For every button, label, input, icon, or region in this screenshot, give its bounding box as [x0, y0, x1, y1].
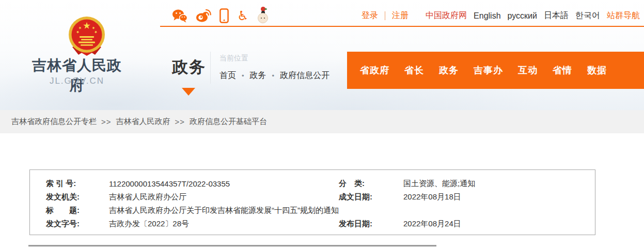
- issuing-agency-value: 吉林省人民政府办公厅: [109, 192, 339, 202]
- lang-korean-link[interactable]: 한국어: [575, 10, 600, 21]
- mascot-leaf: [264, 8, 267, 10]
- title-label: 标 题:: [46, 206, 109, 215]
- path-segment-column[interactable]: 吉林省政府信息公开专栏: [11, 117, 97, 127]
- publish-date-value: 2022年08月24日: [403, 219, 595, 229]
- breadcrumb-home[interactable]: 首页: [219, 70, 236, 81]
- category-value: 国土资源、能源;通知: [403, 179, 595, 189]
- mascot-face: [258, 13, 268, 23]
- doc-number-value: 吉政办发〔2022〕28号: [109, 219, 339, 229]
- nav-province-profile[interactable]: 省情: [553, 64, 572, 76]
- mascot-icon[interactable]: [257, 7, 269, 24]
- breadcrumb-zhengwu[interactable]: 政务: [250, 70, 266, 81]
- nav-jishiban[interactable]: 吉事办: [474, 64, 503, 76]
- written-date-value: 2022年08月18日: [403, 192, 595, 202]
- index-number-value: 11220000013544357T/2022-03355: [109, 179, 339, 188]
- breadcrumb-info-disclosure[interactable]: 政府信息公开: [280, 70, 329, 81]
- login-register-divider: [385, 11, 385, 20]
- header-divider: [160, 26, 644, 27]
- nav-government-affairs[interactable]: 政务: [439, 64, 459, 76]
- location-breadcrumb: 首页 • 政务 • 政府信息公开: [219, 70, 329, 81]
- accessibility-icon[interactable]: ♿: [237, 9, 248, 22]
- weibo-icon[interactable]: [196, 9, 211, 22]
- category-label: 分 类:: [339, 179, 403, 189]
- current-location-label: 当前位置: [219, 54, 248, 63]
- nav-interaction[interactable]: 互动: [518, 64, 538, 76]
- lang-russian-link[interactable]: русский: [508, 11, 537, 21]
- breadcrumb-dot: •: [272, 72, 275, 80]
- path-separator: >>: [175, 117, 185, 126]
- site-domain: JL.GOV.CN: [26, 76, 128, 86]
- login-link[interactable]: 登录: [362, 10, 378, 21]
- section-title: 政务: [172, 56, 206, 78]
- top-links: 登录 注册 中国政府网 English русский 日本語 한국어 站群导航: [362, 10, 640, 21]
- path-bar: 吉林省政府信息公开专栏 >> 吉林省人民政府 >> 政府信息公开基础平台: [0, 110, 644, 133]
- lang-english-link[interactable]: English: [474, 11, 500, 21]
- title-value: 吉林省人民政府办公厅关于印发吉林省能源发展“十四五”规划的通知: [109, 206, 595, 215]
- main-nav: 省政府 省长 政务 吉事办 互动 省情 数据: [347, 52, 644, 89]
- index-number-label: 索 引 号:: [46, 179, 109, 189]
- issuing-agency-label: 发文机关:: [46, 192, 109, 202]
- nav-data[interactable]: 数据: [587, 64, 607, 76]
- path-segment-platform[interactable]: 政府信息公开基础平台: [190, 117, 267, 127]
- doc-number-label: 发文字号:: [46, 219, 109, 229]
- publish-date-label: 发布日期:: [339, 219, 403, 229]
- social-icons: ♿: [172, 6, 269, 25]
- vertical-separator: [210, 52, 211, 84]
- mobile-icon[interactable]: [219, 8, 229, 23]
- path-segment-government[interactable]: 吉林省人民政府: [116, 117, 170, 127]
- section-bottom-divider: [28, 245, 436, 246]
- site-title[interactable]: 吉林省人民政府: [26, 56, 128, 95]
- breadcrumb-dot: •: [242, 72, 244, 80]
- site-header: 吉林省人民政府 JL.GOV.CN: [0, 0, 644, 110]
- site-group-nav-link[interactable]: 站群导航: [607, 10, 640, 21]
- path-separator: >>: [101, 117, 112, 126]
- national-emblem-icon: [63, 16, 111, 56]
- lang-japanese-link[interactable]: 日本語: [544, 10, 569, 21]
- nav-governor[interactable]: 省长: [404, 64, 424, 76]
- wechat-icon[interactable]: [172, 9, 187, 23]
- register-link[interactable]: 注册: [392, 10, 409, 21]
- page: 吉林省人民政府 JL.GOV.CN: [0, 0, 644, 247]
- written-date-label: 成文日期:: [339, 192, 403, 202]
- document-info-table: 索 引 号: 11220000013544357T/2022-03355 分 类…: [29, 169, 595, 235]
- nav-provincial-government[interactable]: 省政府: [360, 64, 389, 76]
- triangle-down-icon: [182, 88, 195, 96]
- gov-cn-link[interactable]: 中国政府网: [426, 10, 467, 21]
